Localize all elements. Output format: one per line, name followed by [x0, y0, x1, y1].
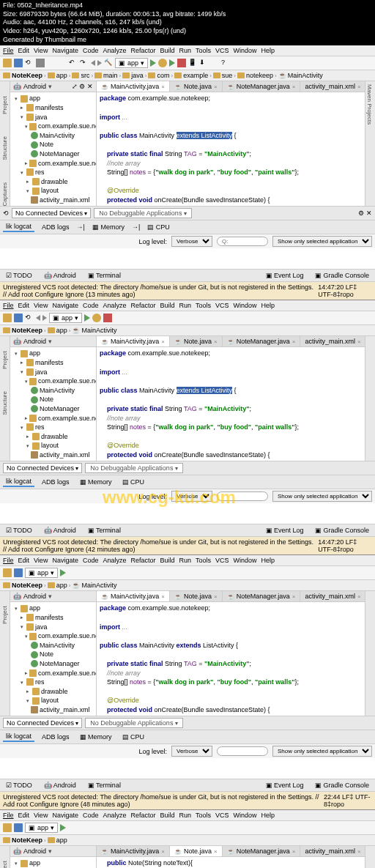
breadcrumb-module[interactable]: app — [48, 327, 67, 334]
status-terminal[interactable]: ▣ Terminal — [85, 526, 124, 535]
back-icon[interactable] — [91, 60, 95, 66]
copy-icon[interactable] — [47, 59, 56, 67]
redo-icon[interactable]: ↷ — [80, 59, 89, 67]
tab-adblogs[interactable]: ADB logs — [39, 732, 73, 741]
breadcrumb-pkg[interactable]: sue — [213, 72, 233, 79]
tree-app[interactable]: ▾app — [10, 94, 96, 103]
tree-java[interactable]: ▾java — [10, 113, 96, 122]
run-icon[interactable] — [60, 569, 66, 576]
menu-file[interactable]: File — [3, 47, 14, 54]
tab-activity-main[interactable]: activity_main.xml× — [300, 81, 365, 92]
run-with-coverage-icon[interactable] — [169, 59, 175, 67]
menu-edit[interactable]: Edit — [18, 557, 30, 564]
tab-memory[interactable]: ▦ Memory — [77, 732, 115, 741]
run-icon[interactable] — [84, 314, 90, 322]
breadcrumb-project[interactable]: NoteKeep — [3, 837, 42, 844]
menu-run[interactable]: Run — [179, 302, 192, 309]
menu-analyze[interactable]: Analyze — [103, 47, 126, 54]
tree-layout[interactable]: ▾layout — [10, 696, 96, 705]
run-icon[interactable] — [60, 824, 66, 831]
tree-package[interactable]: ▾com.example.sue.notekeep — [10, 631, 96, 641]
status-terminal[interactable]: ▣ Terminal — [85, 781, 124, 790]
menu-help[interactable]: Help — [261, 557, 275, 564]
tab-logcat[interactable]: lik logcat — [3, 477, 34, 487]
status-todo[interactable]: ☑ TODO — [3, 781, 35, 790]
tree-java[interactable]: ▾java — [10, 623, 96, 632]
menu-view[interactable]: View — [34, 812, 48, 819]
menu-vcs[interactable]: VCS — [215, 812, 229, 819]
gutter-maven[interactable]: Maven Projects — [365, 81, 374, 127]
menu-edit[interactable]: Edit — [18, 812, 30, 819]
code-editor[interactable]: package com.example.sue.notekeep; import… — [97, 347, 365, 461]
menu-view[interactable]: View — [34, 47, 48, 54]
tree-note[interactable]: Note — [10, 650, 96, 659]
breadcrumb-pkg[interactable]: notekeep — [237, 72, 273, 79]
breadcrumb-module[interactable]: app — [48, 582, 67, 589]
tab-cpu[interactable]: ▤ CPU — [119, 478, 148, 486]
tree-test-package[interactable]: ▸com.example.sue.notekeep (androidTest) — [10, 414, 96, 423]
tree-note[interactable]: Note — [10, 140, 96, 149]
status-eventlog[interactable]: ▣ Event Log — [263, 781, 307, 790]
tab-notemanager[interactable]: ☕NoteManager.java× — [223, 336, 301, 346]
sync-icon[interactable]: ⟲ — [25, 314, 34, 322]
code-editor[interactable]: public Note(String noteText){ note=noteT… — [97, 857, 365, 868]
settings-icon[interactable]: ⚙ ✕ — [358, 209, 372, 217]
menu-tools[interactable]: Tools — [196, 557, 211, 564]
tab-note[interactable]: ☕Note.java× — [170, 846, 223, 856]
status-android[interactable]: 🤖 Android — [41, 781, 79, 790]
breadcrumb-project[interactable]: NoteKeep — [3, 582, 42, 589]
menu-code[interactable]: Code — [83, 812, 99, 819]
make-icon[interactable]: 🔨 — [104, 59, 113, 67]
save-icon[interactable] — [14, 823, 23, 832]
tab-activity-main[interactable]: activity_main.xml× — [300, 336, 365, 346]
gutter-captures[interactable]: Captures — [1, 182, 8, 206]
open-icon[interactable] — [3, 568, 12, 577]
menu-run[interactable]: Run — [179, 47, 192, 54]
gutter-project[interactable]: Project — [1, 606, 8, 624]
gutter-structure[interactable]: Structure — [1, 136, 8, 160]
tree-activity-main-xml[interactable]: activity_main.xml — [10, 196, 96, 205]
loglevel-select[interactable]: Verbose — [171, 491, 212, 502]
debug-icon[interactable] — [92, 314, 101, 322]
menu-analyze[interactable]: Analyze — [103, 557, 126, 564]
tree-drawable[interactable]: ▸drawable — [10, 687, 96, 697]
tab-note[interactable]: ☕Note.java× — [170, 591, 223, 601]
log-filter-select[interactable]: Show only selected application — [272, 491, 372, 502]
close-icon[interactable]: × — [214, 84, 218, 90]
breadcrumb-src[interactable]: src — [72, 72, 89, 79]
forward-icon[interactable] — [42, 315, 47, 321]
breadcrumb-file[interactable]: ☕MainActivity — [72, 327, 116, 334]
tree-notemanager[interactable]: NoteManager — [10, 149, 96, 159]
menu-vcs[interactable]: VCS — [215, 47, 229, 54]
save-icon[interactable] — [14, 568, 23, 577]
menu-analyze[interactable]: Analyze — [103, 302, 126, 309]
sdk-icon[interactable]: ⬇ — [199, 59, 208, 67]
gutter-project[interactable]: Project — [1, 96, 8, 114]
tree-layout[interactable]: ▾layout — [10, 186, 96, 196]
tab-cpu[interactable]: ▤ CPU — [144, 223, 173, 231]
project-panel-header[interactable]: 🤖Android▾ — [10, 591, 96, 602]
menu-window[interactable]: Window — [234, 557, 257, 564]
breadcrumb-pkg[interactable]: com — [148, 72, 169, 79]
menu-build[interactable]: Build — [160, 302, 174, 309]
tree-mainactivity[interactable]: MainActivity — [10, 641, 96, 650]
run-config-selector[interactable]: ▣ app ▾ — [25, 568, 58, 578]
tab-logcat[interactable]: lik logcat — [3, 222, 34, 232]
status-gradle[interactable]: ▣ Gradle Console — [312, 271, 372, 280]
stop-icon[interactable] — [103, 314, 112, 322]
menu-code[interactable]: Code — [83, 47, 99, 54]
tree-note[interactable]: Note — [10, 395, 96, 404]
breadcrumb-module[interactable]: app — [48, 837, 67, 844]
menu-navigate[interactable]: Navigate — [52, 302, 78, 309]
vcs-notification[interactable]: Unregistered VCS root detected: The dire… — [0, 791, 375, 809]
tree-res[interactable]: ▾res — [10, 423, 96, 432]
gutter-structure[interactable]: Structure — [1, 391, 8, 415]
tree-app[interactable]: ▾app — [10, 604, 96, 613]
tree-res[interactable]: ▾res — [10, 168, 96, 177]
avd-icon[interactable]: 📱 — [188, 59, 197, 67]
breadcrumb-module[interactable]: app — [48, 72, 67, 79]
breadcrumb-project[interactable]: NoteKeep — [3, 72, 42, 79]
vcs-notification[interactable]: Unregistered VCS root detected: The dire… — [0, 281, 375, 300]
menu-window[interactable]: Window — [234, 302, 257, 309]
close-icon[interactable]: × — [357, 84, 361, 90]
